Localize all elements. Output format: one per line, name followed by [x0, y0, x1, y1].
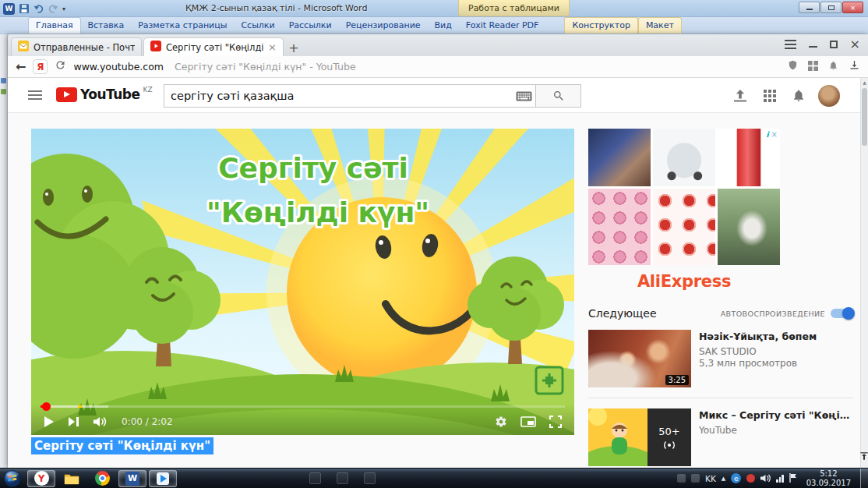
ad-marker: [78, 405, 82, 408]
youtube-play-icon: [56, 87, 77, 102]
ad-banner[interactable]: i ×: [588, 129, 780, 265]
word-app-icon[interactable]: W: [3, 3, 15, 15]
mix-thumbnail-art: [588, 408, 647, 466]
adchoices-close-icon[interactable]: ×: [771, 130, 778, 139]
browser-tab-youtube[interactable]: Сергіту сәті "Көңілді күн" ×: [143, 37, 284, 56]
tray-dim-icon[interactable]: [677, 474, 686, 483]
mix-title[interactable]: Микс – Сергіту сәті "Көңілді күн": [699, 409, 853, 422]
guide-menu-icon[interactable]: [28, 90, 42, 100]
back-button[interactable]: ←: [16, 59, 26, 74]
word-tab-mailings[interactable]: Рассылки: [282, 18, 339, 34]
word-tab-table-design[interactable]: Конструктор: [564, 17, 637, 34]
progress-bar[interactable]: [41, 405, 565, 408]
youtube-apps-icon[interactable]: [764, 90, 776, 105]
buffered-bar: [41, 405, 108, 408]
word-maximize-button[interactable]: [820, 2, 842, 13]
qat-dropdown-icon[interactable]: ▾: [62, 5, 65, 12]
action-center-flag-icon[interactable]: [789, 471, 797, 486]
next-button[interactable]: [68, 416, 79, 427]
browser-tab-mail[interactable]: Отправленные - Почта Ma: [11, 37, 142, 56]
word-tab-view[interactable]: Вид: [428, 18, 459, 34]
taskbar-apps: Y W: [27, 470, 177, 487]
start-button[interactable]: [4, 470, 21, 487]
tray-dim-icon[interactable]: [691, 474, 700, 483]
taskbar-word[interactable]: W: [118, 470, 146, 487]
account-avatar[interactable]: [818, 85, 840, 107]
ad-image-5[interactable]: [653, 189, 715, 265]
volume-icon[interactable]: [93, 416, 108, 427]
browser-maximize-button[interactable]: [830, 41, 838, 48]
adchoices-badge[interactable]: i ×: [764, 129, 780, 140]
undo-icon[interactable]: [33, 3, 44, 15]
tray-browser-icon[interactable]: e: [731, 473, 741, 483]
adchoices-info-icon[interactable]: i: [766, 130, 768, 139]
word-window-controls: ×: [799, 2, 863, 13]
tray-alert-icon[interactable]: [746, 474, 755, 483]
taskbar-media-player[interactable]: [149, 470, 177, 487]
ad-image-2[interactable]: [653, 129, 715, 186]
desktop: W ▾ ҚМЖ 2-сынып қазақ тілі - Microsoft W…: [0, 0, 868, 488]
page-scrollbar[interactable]: ▲: [860, 78, 868, 468]
address-bar[interactable]: www.youtube.com Сергіту сәті "Көңілді кү…: [73, 61, 781, 72]
yandex-icon[interactable]: Я: [33, 59, 48, 74]
search-button[interactable]: [536, 84, 581, 108]
show-desktop-button[interactable]: [860, 469, 868, 488]
settings-gear-icon[interactable]: [495, 416, 507, 428]
network-icon[interactable]: [776, 474, 784, 483]
protect-icon[interactable]: [788, 59, 798, 74]
search-input[interactable]: [164, 90, 512, 102]
save-icon[interactable]: [18, 3, 30, 15]
virtual-keyboard-icon[interactable]: [512, 91, 535, 101]
notifications-bell-icon[interactable]: [792, 88, 806, 106]
word-edge-icon: [1, 89, 6, 94]
youtube-logo[interactable]: YouTube KZ: [56, 87, 153, 102]
hidden-icons-arrow[interactable]: ▲: [722, 476, 725, 482]
notifications-icon[interactable]: [828, 59, 838, 74]
suggested-video-1[interactable]: 3:25 Нәзік-Ұйықта, бөпем SAK STUDIO 5,3 …: [588, 330, 853, 387]
ad-image-1[interactable]: [588, 129, 651, 186]
scroll-to-top-icon[interactable]: [859, 450, 868, 465]
downloads-icon[interactable]: [849, 59, 860, 74]
browser-close-button[interactable]: ×: [850, 41, 860, 48]
upload-icon[interactable]: [732, 90, 748, 106]
miniplayer-icon[interactable]: [520, 416, 536, 427]
scrollbar-thumb[interactable]: [862, 88, 867, 146]
word-tab-references[interactable]: Ссылки: [234, 18, 281, 34]
fullscreen-icon[interactable]: [549, 416, 562, 428]
scrollbar-up-icon[interactable]: ▲: [861, 80, 868, 85]
ad-image-6[interactable]: [718, 189, 780, 265]
word-edge-icon: [1, 78, 6, 83]
browser-menu-icon[interactable]: [785, 40, 796, 49]
word-tab-page-layout[interactable]: Разметка страницы: [131, 18, 234, 34]
collections-icon[interactable]: [808, 59, 818, 74]
ad-image-4[interactable]: [588, 189, 651, 265]
tab-close-icon[interactable]: ×: [268, 42, 277, 52]
mix-thumbnail[interactable]: 50+: [588, 408, 691, 466]
play-button[interactable]: [44, 416, 55, 428]
suggested-channel[interactable]: SAK STUDIO: [699, 346, 817, 357]
word-tab-review[interactable]: Рецензирование: [339, 18, 428, 34]
word-tab-table-layout[interactable]: Макет: [638, 17, 682, 34]
taskbar-yandex-browser[interactable]: Y: [27, 470, 55, 487]
autoplay-toggle[interactable]: [831, 309, 853, 318]
taskbar-chrome[interactable]: [88, 470, 116, 487]
word-tab-insert[interactable]: Вставка: [81, 18, 132, 34]
taskbar-clock[interactable]: 5:12 03.09.2017: [803, 469, 855, 487]
video-title[interactable]: Сергіту сәті "Көңілді күн": [31, 437, 213, 454]
language-indicator[interactable]: KK: [705, 474, 716, 483]
word-minimize-button[interactable]: [799, 2, 820, 13]
taskbar-explorer-folder[interactable]: [58, 470, 86, 487]
ad-brand-text[interactable]: AliExpress: [588, 272, 780, 291]
browser-minimize-button[interactable]: [809, 41, 817, 48]
video-player[interactable]: Сергіту сәті "Көңілді күн": [31, 129, 574, 435]
redo-icon[interactable]: [48, 3, 59, 15]
word-tab-foxit[interactable]: Foxit Reader PDF: [459, 18, 546, 34]
new-tab-button[interactable]: +: [284, 39, 304, 56]
word-close-button[interactable]: ×: [842, 2, 863, 13]
suggested-title[interactable]: Нәзік-Ұйықта, бөпем: [699, 331, 817, 343]
word-tab-home[interactable]: Главная: [28, 17, 81, 34]
video-thumbnail[interactable]: 3:25: [588, 330, 691, 387]
tray-volume-icon[interactable]: [760, 471, 771, 486]
suggested-mix[interactable]: 50+ Микс – Сергіту сәті "Көңілді күн" Yo…: [588, 408, 853, 466]
refresh-icon[interactable]: [55, 59, 66, 74]
